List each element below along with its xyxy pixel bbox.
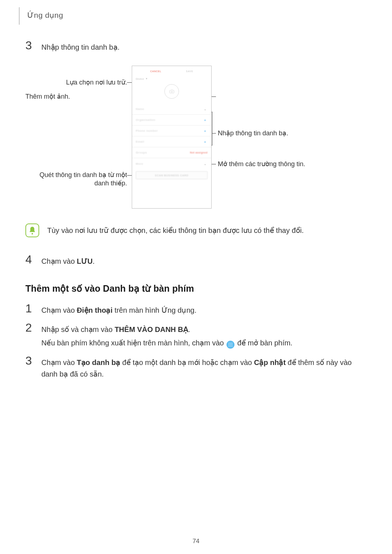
svg-point-0 (171, 91, 172, 93)
storage-selector[interactable]: Device ▾ (132, 76, 211, 81)
save-button[interactable]: SAVE (186, 70, 193, 73)
field-groups[interactable]: Groups Not assigned (132, 147, 211, 158)
field-more[interactable]: More ⌄ (132, 158, 211, 169)
step-number: 2 (25, 322, 35, 349)
note-text: Tùy vào nơi lưu trữ được chọn, các kiểu … (47, 225, 304, 236)
svg-point-6 (230, 344, 231, 345)
field-email[interactable]: Email + (132, 136, 211, 147)
chevron-down-icon: ⌄ (203, 107, 208, 111)
svg-point-8 (229, 346, 229, 346)
phone-mockup: CANCEL SAVE Device ▾ Name ⌄ Organisation… (132, 66, 212, 209)
callout-scan: Quét thông tin danh bạ từ một danh thiếp… (25, 171, 127, 188)
chevron-down-icon: ⌄ (203, 162, 208, 166)
camera-icon (170, 90, 174, 93)
phone-toolbar: CANCEL SAVE (132, 66, 211, 76)
step-text-line2: Nếu bàn phím không xuất hiện trên màn hì… (41, 337, 367, 349)
svg-point-3 (230, 343, 231, 344)
step-text: Chạm vào Tạo danh bạ để tạo một danh bạ … (41, 355, 367, 380)
avatar-placeholder[interactable] (164, 84, 179, 99)
step-number: 1 (25, 303, 35, 316)
plus-icon: + (203, 129, 208, 133)
step-3-top: 3 Nhập thông tin danh bạ. (25, 40, 367, 53)
svg-point-7 (232, 344, 232, 345)
field-organisation[interactable]: Organisation + (132, 115, 211, 126)
kb-step-1: 1 Chạm vào Điện thoại trên màn hình Ứng … (25, 303, 367, 316)
svg-point-10 (232, 346, 232, 346)
page-header: Ứng dụng (27, 11, 367, 20)
step-number: 3 (25, 355, 35, 380)
svg-point-1 (32, 233, 33, 234)
connector-line (212, 133, 216, 134)
svg-point-9 (230, 346, 231, 346)
kb-step-2: 2 Nhập số và chạm vào THÊM VÀO DANH BẠ. … (25, 322, 367, 349)
svg-point-2 (229, 343, 229, 344)
groups-value: Not assigned (190, 151, 208, 154)
step-text: Nhập số và chạm vào THÊM VÀO DANH BẠ. Nế… (41, 322, 367, 349)
svg-point-4 (232, 343, 232, 344)
callout-more-fields: Mở thêm các trường thông tin. (218, 160, 327, 168)
subheading: Thêm một số vào Danh bạ từ bàn phím (25, 283, 367, 294)
step-text: Nhập thông tin danh bạ. (41, 40, 367, 53)
page-number: 74 (0, 538, 392, 545)
plus-icon: + (203, 140, 208, 144)
contact-editor-diagram: Lựa chọn nơi lưu trữ. Quét thông tin dan… (25, 66, 367, 214)
bell-icon (25, 223, 39, 237)
step-number: 3 (25, 40, 35, 53)
cancel-button[interactable]: CANCEL (150, 70, 162, 73)
callout-add-image: Thêm một ảnh. (25, 93, 134, 101)
field-phone[interactable]: Phone number + (132, 126, 211, 136)
plus-icon: + (203, 118, 208, 122)
chevron-down-icon: ▾ (146, 77, 147, 80)
step-text: Chạm vào LƯU. (41, 254, 367, 267)
callout-storage: Lựa chọn nơi lưu trữ. (25, 78, 127, 87)
kb-step-3: 3 Chạm vào Tạo danh bạ để tạo một danh b… (25, 355, 367, 380)
step-text: Chạm vào Điện thoại trên màn hình Ứng dụ… (41, 303, 367, 316)
step-number: 4 (25, 254, 35, 267)
step-4: 4 Chạm vào LƯU. (25, 254, 367, 267)
note-callout: Tùy vào nơi lưu trữ được chọn, các kiểu … (25, 223, 367, 237)
scan-card-button[interactable]: SCAN BUSINESS CARD (136, 171, 208, 179)
callout-enter-info: Nhập thông tin danh bạ. (218, 129, 327, 138)
field-name[interactable]: Name ⌄ (132, 104, 211, 115)
svg-point-5 (229, 344, 229, 345)
header-divider (19, 7, 20, 25)
dialpad-icon (226, 341, 234, 349)
